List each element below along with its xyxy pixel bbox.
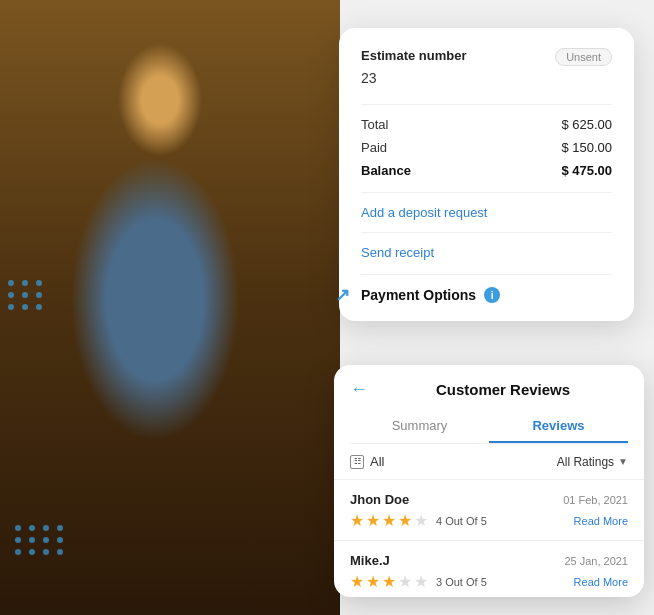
payment-options-row[interactable]: ↗ Payment Options i bbox=[361, 274, 612, 303]
star-2-1: ★ bbox=[350, 572, 364, 591]
total-row: Total $ 625.00 bbox=[361, 117, 612, 132]
rating-text-2: 3 Out Of 5 bbox=[436, 576, 487, 588]
add-deposit-link[interactable]: Add a deposit request bbox=[361, 205, 612, 220]
balance-value: $ 475.00 bbox=[561, 163, 612, 178]
balance-row: Balance $ 475.00 bbox=[361, 163, 612, 178]
tab-summary[interactable]: Summary bbox=[350, 410, 489, 443]
arrow-pointer: ↗ bbox=[335, 284, 350, 306]
star-1-3: ★ bbox=[382, 511, 396, 530]
reviews-card: ← Customer Reviews Summary Reviews ☷ All… bbox=[334, 365, 644, 597]
background-photo bbox=[0, 0, 340, 615]
read-more-1[interactable]: Read More bbox=[574, 515, 628, 527]
star-2-3: ★ bbox=[382, 572, 396, 591]
divider-1 bbox=[361, 192, 612, 193]
unsent-badge: Unsent bbox=[555, 48, 612, 66]
filter-divider bbox=[334, 479, 644, 480]
star-1-1: ★ bbox=[350, 511, 364, 530]
estimate-title: Estimate number bbox=[361, 48, 466, 63]
star-2-2: ★ bbox=[366, 572, 380, 591]
reviews-title: Customer Reviews bbox=[378, 381, 628, 398]
star-1-2: ★ bbox=[366, 511, 380, 530]
reviews-header: ← Customer Reviews bbox=[334, 365, 644, 410]
info-icon[interactable]: i bbox=[484, 287, 500, 303]
estimate-number: 23 bbox=[361, 70, 612, 86]
balance-label: Balance bbox=[361, 163, 411, 178]
filter-all-label: All bbox=[370, 454, 384, 469]
review-item-1: Jhon Doe 01 Feb, 2021 ★ ★ ★ ★ ★ 4 Out Of… bbox=[334, 484, 644, 536]
star-1-5: ★ bbox=[414, 511, 428, 530]
review-date-1: 01 Feb, 2021 bbox=[563, 494, 628, 506]
filter-all[interactable]: ☷ All bbox=[350, 454, 384, 469]
star-2-5: ★ bbox=[414, 572, 428, 591]
ratings-filter[interactable]: All Ratings ▼ bbox=[557, 455, 628, 469]
review-item-2: Mike.J 25 Jan, 2021 ★ ★ ★ ★ ★ 3 Out Of 5… bbox=[334, 545, 644, 597]
review-date-2: 25 Jan, 2021 bbox=[564, 555, 628, 567]
estimate-rows: Total $ 625.00 Paid $ 150.00 Balance $ 4… bbox=[361, 104, 612, 178]
stars-row-2: ★ ★ ★ ★ ★ 3 Out Of 5 bbox=[350, 572, 487, 591]
reviewer-name-2: Mike.J bbox=[350, 553, 390, 568]
total-value: $ 625.00 bbox=[561, 117, 612, 132]
paid-label: Paid bbox=[361, 140, 387, 155]
estimate-card: Estimate number Unsent 23 Total $ 625.00… bbox=[339, 28, 634, 321]
decorative-dots-bottom bbox=[15, 525, 65, 555]
review-divider bbox=[334, 540, 644, 541]
paid-row: Paid $ 150.00 bbox=[361, 140, 612, 155]
star-2-4: ★ bbox=[398, 572, 412, 591]
ratings-filter-label: All Ratings bbox=[557, 455, 614, 469]
chevron-down-icon: ▼ bbox=[618, 456, 628, 467]
send-receipt-link[interactable]: Send receipt bbox=[361, 245, 612, 260]
tab-reviews[interactable]: Reviews bbox=[489, 410, 628, 443]
rating-text-1: 4 Out Of 5 bbox=[436, 515, 487, 527]
read-more-2[interactable]: Read More bbox=[574, 576, 628, 588]
calendar-icon: ☷ bbox=[350, 455, 364, 469]
divider-2 bbox=[361, 232, 612, 233]
reviewer-name-1: Jhon Doe bbox=[350, 492, 409, 507]
decorative-dots-left bbox=[8, 280, 44, 310]
total-label: Total bbox=[361, 117, 388, 132]
payment-options-label: Payment Options bbox=[361, 287, 476, 303]
back-arrow-icon[interactable]: ← bbox=[350, 379, 368, 400]
reviews-tabs: Summary Reviews bbox=[350, 410, 628, 444]
stars-row-1: ★ ★ ★ ★ ★ 4 Out Of 5 bbox=[350, 511, 487, 530]
filter-row: ☷ All All Ratings ▼ bbox=[334, 444, 644, 475]
paid-value: $ 150.00 bbox=[561, 140, 612, 155]
star-1-4: ★ bbox=[398, 511, 412, 530]
